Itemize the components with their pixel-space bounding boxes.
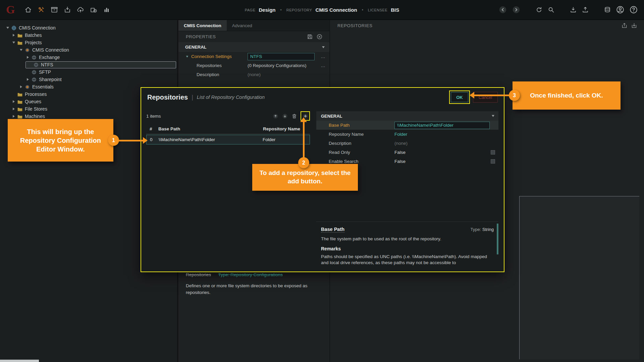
tree-item-label: Sharepoint [39, 77, 62, 82]
enable-search-checkbox[interactable] [491, 159, 495, 164]
field-value: Folder [394, 132, 407, 137]
tree-item-ntfs[interactable]: NTFS [0, 61, 177, 68]
move-up-icon[interactable] [272, 113, 279, 119]
detail-row-read-only[interactable]: Read Only False [316, 148, 498, 157]
upload-icon[interactable] [582, 6, 589, 13]
tree-item-sftp[interactable]: SFTP [0, 68, 177, 76]
tab-advanced[interactable]: Advanced [227, 20, 258, 31]
collapse-icon[interactable] [322, 46, 325, 48]
field-value: (none) [394, 141, 408, 146]
prop-label: Description [191, 72, 248, 77]
delete-icon[interactable] [291, 113, 298, 119]
help-description: The file system path to be used as the r… [321, 236, 494, 241]
prop-value: (none) [248, 72, 327, 77]
base-path-input[interactable]: \\MachineName\Path\Folder [394, 122, 490, 129]
callout-2-number: 2 [298, 157, 309, 168]
expander-icon[interactable] [5, 27, 10, 29]
cancel-button[interactable]: Cancel [473, 92, 498, 103]
refresh-icon[interactable] [535, 6, 543, 13]
prop-row-connection-settings[interactable]: Connection Settings NTFS … [178, 52, 329, 61]
nav-back-icon[interactable] [498, 5, 507, 14]
read-only-checkbox[interactable] [491, 150, 495, 155]
callout-1-box: This will bring up the Repository Config… [8, 119, 113, 162]
tree-item-label: CMIS Connection [32, 47, 69, 53]
prop-row-repositories[interactable]: Repositories (0 Repository Configuration… [178, 61, 329, 70]
field-label: Description [329, 141, 394, 146]
more-button[interactable]: … [319, 54, 327, 59]
tree-item-cmis-connection-root[interactable]: CMIS Connection [0, 24, 177, 32]
repository-row-0[interactable]: 0 \\MachineName\Path\Folder Folder [146, 135, 310, 144]
expander-icon[interactable] [186, 56, 191, 58]
expander-icon[interactable] [11, 100, 16, 103]
stats-chart-icon[interactable] [103, 6, 110, 13]
grooper-logo[interactable]: G [6, 4, 19, 15]
tab-cmis-connection[interactable]: CMIS Connection [178, 20, 227, 31]
general-section-header[interactable]: GENERAL [178, 42, 329, 52]
ok-button[interactable]: OK [451, 92, 468, 102]
archive-box-icon[interactable] [51, 6, 58, 13]
search-icon[interactable] [547, 6, 555, 13]
column-base-path: Base Path [158, 126, 263, 131]
detail-row-base-path[interactable]: Base Path \\MachineName\Path\Folder [316, 121, 498, 130]
help-term: Base Path [321, 227, 344, 233]
field-label: Repository Name [329, 132, 394, 137]
prop-value: (0 Repository Configurations) [248, 63, 319, 68]
help-icon[interactable] [629, 5, 638, 14]
expander-icon[interactable] [19, 49, 23, 51]
scheduled-box-icon[interactable] [90, 6, 97, 13]
folder-icon [17, 99, 23, 105]
expander-icon[interactable] [11, 115, 16, 118]
tree-item-sharepoint[interactable]: Sharepoint [0, 76, 177, 83]
expander-icon[interactable] [11, 42, 16, 44]
repositories-title: REPOSITORIES [337, 23, 372, 28]
callout-3-box: Once finished, click OK. [513, 81, 621, 110]
detail-row-repository-name[interactable]: Repository Name Folder [316, 130, 498, 139]
expander-icon[interactable] [25, 56, 30, 59]
horizontal-scrollbar[interactable] [0, 360, 39, 362]
expander-icon[interactable] [25, 78, 30, 81]
nav-forward-icon[interactable] [512, 5, 521, 14]
save-icon[interactable] [307, 34, 313, 40]
download-icon[interactable] [570, 6, 577, 13]
connection-icon [31, 69, 37, 75]
tree-item-projects[interactable]: Projects [0, 39, 177, 46]
expander-icon[interactable] [19, 85, 23, 88]
import-box-icon[interactable] [631, 22, 637, 29]
dialog-header: Repositories | List of Repository Config… [141, 88, 504, 107]
app-root: G PAGE Design • REPOSITORY CMIS Connecti… [0, 0, 644, 362]
dialog-subtitle: List of Repository Configuration [197, 95, 265, 100]
topbar: G PAGE Design • REPOSITORY CMIS Connecti… [0, 0, 644, 20]
tree-item-batches[interactable]: Batches [0, 32, 177, 39]
prop-label: Repositories [191, 63, 248, 68]
connection-settings-input[interactable]: NTFS [248, 53, 315, 60]
account-icon[interactable] [616, 5, 625, 14]
callout-2-text: To add a repository, select the add butt… [259, 169, 351, 185]
tree-item-cmis-connection-project[interactable]: CMIS Connection [0, 46, 177, 54]
cell-number: 0 [147, 137, 159, 142]
callout-3-arrowhead [470, 92, 474, 99]
tree-item-label: NTFS [41, 62, 53, 67]
design-tools-icon[interactable] [38, 6, 45, 13]
properties-title: PROPERTIES [186, 34, 216, 39]
cell-repository-name: Folder [263, 137, 310, 142]
expander-icon[interactable] [11, 34, 16, 37]
prop-row-description[interactable]: Description (none) [178, 70, 329, 79]
tree-item-label: Processes [25, 92, 47, 97]
move-down-icon[interactable] [282, 113, 288, 119]
cloud-upload-icon[interactable] [77, 6, 84, 13]
collapse-icon[interactable] [492, 115, 494, 117]
detail-row-description[interactable]: Description (none) [316, 139, 498, 148]
tree-item-exchange[interactable]: Exchange [0, 54, 177, 61]
breadcrumb-dot: • [362, 8, 363, 12]
home-icon[interactable] [24, 6, 32, 13]
database-icon[interactable] [604, 6, 611, 13]
more-button[interactable]: … [319, 63, 327, 68]
import-box-icon[interactable] [64, 6, 71, 13]
field-help-area: Base Path Type: String The file system p… [316, 222, 498, 271]
help-scrollbar[interactable] [497, 224, 498, 254]
export-box-icon[interactable] [621, 22, 628, 29]
close-icon[interactable] [316, 34, 323, 40]
section-title: GENERAL [321, 114, 342, 119]
detail-general-header[interactable]: GENERAL [316, 111, 498, 121]
expander-icon[interactable] [11, 108, 16, 110]
